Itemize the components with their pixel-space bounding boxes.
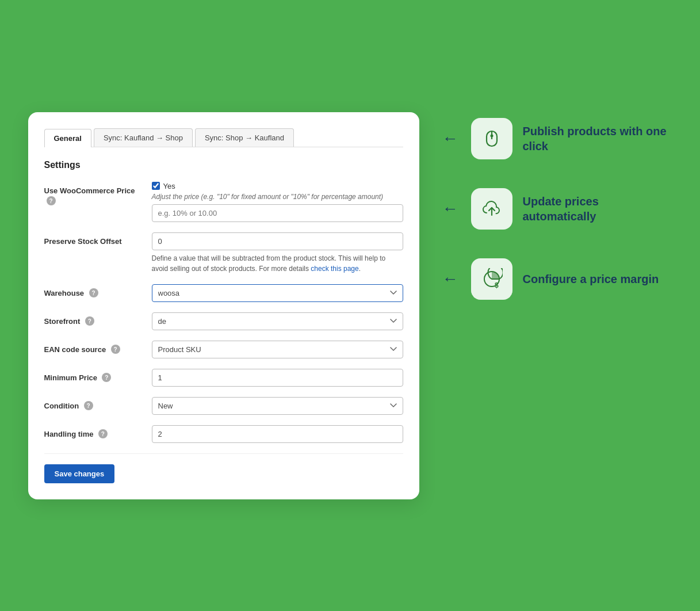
label-storefront: Storefront	[44, 317, 81, 326]
input-preserve-stock-offset[interactable]	[152, 232, 403, 250]
field-preserve-stock-offset: Preserve Stock Offset Define a value tha…	[44, 232, 403, 274]
settings-card: General Sync: Kaufland → Shop Sync: Shop…	[28, 112, 419, 499]
field-minimum-price: Minimum Price ?	[44, 369, 403, 387]
price-margin-icon: $	[481, 268, 503, 290]
save-button[interactable]: Save changes	[44, 464, 115, 483]
help-icon-woocommerce-price[interactable]: ?	[47, 196, 56, 205]
icon-box-update	[471, 188, 512, 230]
label-use-woocommerce-price: Use WooCommerce Price	[44, 186, 135, 195]
tabs-bar: General Sync: Kaufland → Shop Sync: Shop…	[44, 128, 403, 147]
svg-text:$: $	[495, 281, 499, 289]
field-condition: Condition ? New Used Refurbished	[44, 397, 403, 415]
checkbox-use-woocommerce-price[interactable]	[152, 182, 160, 190]
feature-text-update: Update prices automatically	[523, 194, 672, 224]
page-wrapper: General Sync: Kaufland → Shop Sync: Shop…	[28, 112, 672, 499]
help-icon-warehouse[interactable]: ?	[89, 288, 98, 297]
check-this-page-link[interactable]: check this page	[311, 265, 358, 273]
label-condition: Condition	[44, 402, 79, 410]
help-icon-storefront[interactable]: ?	[85, 316, 94, 326]
hint-woocommerce-price: Adjust the price (e.g. "10" for fixed am…	[152, 193, 403, 201]
checkbox-label-yes: Yes	[163, 182, 175, 190]
select-condition[interactable]: New Used Refurbished	[152, 397, 403, 415]
label-minimum-price: Minimum Price	[44, 373, 97, 382]
mouse-icon	[481, 128, 503, 150]
select-warehouse[interactable]: woosa	[152, 284, 403, 302]
field-use-woocommerce-price: Use WooCommerce Price ? Yes Adjust the p…	[44, 182, 403, 222]
select-ean-code-source[interactable]: Product SKU	[152, 341, 403, 358]
feature-text-publish: Publish products with one click	[523, 124, 672, 154]
input-price-adjustment[interactable]	[152, 204, 403, 222]
form-divider	[44, 453, 403, 454]
field-warehouse: Warehouse ? woosa	[44, 284, 403, 302]
help-icon-condition[interactable]: ?	[84, 401, 93, 410]
select-storefront[interactable]: de	[152, 312, 403, 330]
field-handling-time: Handling time ?	[44, 425, 403, 443]
settings-heading: Settings	[44, 160, 403, 170]
label-handling-time: Handling time	[44, 430, 94, 438]
upload-cloud-icon	[481, 198, 503, 220]
arrow-icon-publish: ←	[442, 129, 461, 148]
field-ean-code-source: EAN code source ? Product SKU	[44, 341, 403, 358]
help-icon-minimum-price[interactable]: ?	[102, 373, 111, 382]
help-icon-ean[interactable]: ?	[111, 345, 120, 354]
hint-preserve-stock-offset: Define a value that will be subtracted f…	[152, 253, 403, 274]
field-storefront: Storefront ? de	[44, 312, 403, 330]
feature-publish: ← Publish products with one click	[442, 118, 672, 159]
tab-general[interactable]: General	[44, 129, 91, 147]
input-minimum-price[interactable]	[152, 369, 403, 387]
icon-box-publish	[471, 118, 512, 159]
feature-price-margin: ← $ Configure a price margin	[442, 258, 672, 300]
arrow-icon-update: ←	[442, 200, 461, 218]
svg-point-2	[490, 134, 493, 137]
help-icon-handling-time[interactable]: ?	[98, 429, 108, 438]
feature-text-margin: Configure a price margin	[523, 272, 659, 287]
tab-sync-kaufland-shop[interactable]: Sync: Kaufland → Shop	[94, 128, 193, 147]
features-list: ← Publish products with one click ←	[442, 112, 672, 300]
arrow-icon-margin: ←	[442, 270, 461, 288]
icon-box-margin: $	[471, 258, 512, 300]
feature-update-prices: ← Update prices automatically	[442, 188, 672, 230]
label-warehouse: Warehouse	[44, 289, 85, 297]
label-preserve-stock-offset: Preserve Stock Offset	[44, 237, 122, 246]
label-ean-code-source: EAN code source	[44, 345, 106, 354]
tab-sync-shop-kaufland[interactable]: Sync: Shop → Kaufland	[195, 128, 294, 147]
input-handling-time[interactable]	[152, 425, 403, 443]
